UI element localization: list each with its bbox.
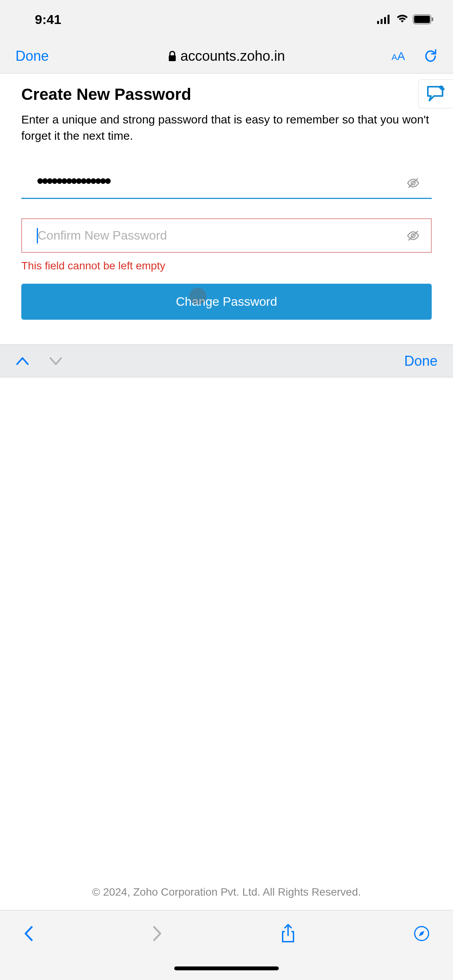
text-cursor (37, 228, 38, 243)
comment-edit-icon (426, 85, 446, 103)
svg-rect-2 (384, 17, 386, 24)
svg-rect-3 (388, 15, 390, 24)
svg-line-11 (408, 231, 418, 240)
confirm-password-input[interactable] (21, 218, 432, 253)
status-icons (377, 14, 434, 24)
page-title: Create New Password (21, 85, 432, 104)
share-button[interactable] (280, 924, 296, 943)
text-size-button[interactable]: AA (391, 50, 405, 63)
svg-rect-1 (381, 19, 383, 24)
svg-rect-0 (377, 21, 379, 24)
toggle-visibility-icon[interactable] (406, 178, 420, 188)
wifi-icon (396, 15, 409, 24)
error-message: This field cannot be left empty (21, 260, 432, 272)
status-bar: 9:41 (0, 0, 453, 39)
home-indicator-area (0, 957, 453, 980)
toggle-visibility-icon[interactable] (406, 230, 420, 241)
svg-rect-6 (432, 17, 433, 21)
blank-area (0, 377, 453, 874)
touch-indicator (189, 288, 206, 305)
reload-icon[interactable] (424, 49, 438, 63)
change-password-button[interactable]: Change Password (21, 284, 432, 320)
cellular-icon (377, 15, 392, 24)
password-mask: ••••••••••••••• (37, 170, 110, 192)
page-description: Enter a unique and strong password that … (21, 111, 432, 144)
keyboard-done-button[interactable]: Done (404, 353, 438, 369)
svg-rect-5 (414, 16, 430, 23)
status-time: 9:41 (35, 12, 61, 27)
lock-icon (168, 51, 177, 62)
previous-field-button[interactable] (15, 356, 29, 366)
browser-url-container[interactable]: accounts.zoho.in (168, 48, 285, 64)
svg-line-9 (408, 178, 418, 188)
keyboard-accessory-bar: Done (0, 344, 453, 377)
confirm-password-input-group: This field cannot be left empty (21, 218, 432, 272)
footer-copyright: © 2024, Zoho Corporation Pvt. Ltd. All R… (0, 874, 453, 910)
svg-rect-7 (169, 55, 176, 61)
new-password-input[interactable]: ••••••••••••••• (21, 167, 432, 199)
battery-icon (413, 14, 434, 24)
forward-button[interactable] (152, 925, 163, 942)
home-indicator[interactable] (174, 966, 279, 970)
safari-compass-button[interactable] (414, 925, 430, 942)
back-button[interactable] (23, 925, 34, 942)
browser-done-button[interactable]: Done (15, 48, 49, 64)
browser-bottom-toolbar (0, 910, 453, 957)
browser-address-bar: Done accounts.zoho.in AA (0, 39, 453, 74)
feedback-button[interactable] (418, 79, 453, 108)
content-area: Create New Password Enter a unique and s… (0, 74, 453, 344)
next-field-button[interactable] (49, 356, 63, 366)
password-input-group: ••••••••••••••• (21, 167, 432, 199)
browser-url-text: accounts.zoho.in (180, 48, 285, 64)
